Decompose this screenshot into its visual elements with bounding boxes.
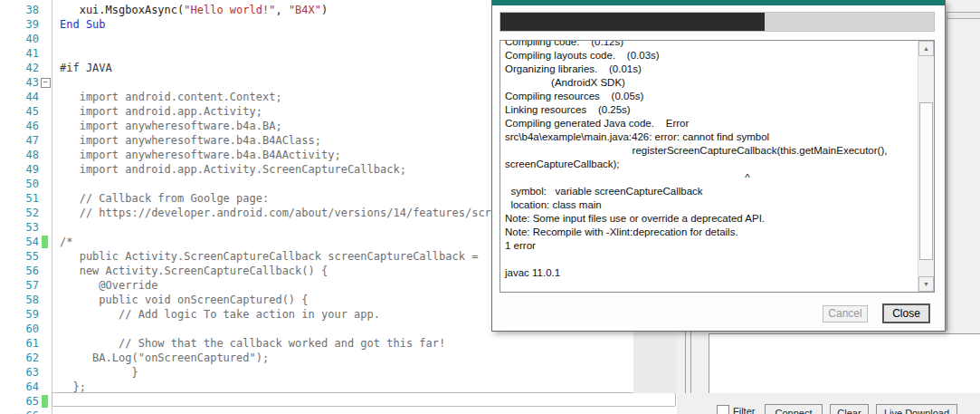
line-number: 66 [0, 409, 39, 414]
code-text [52, 46, 60, 61]
logs-output-panel[interactable] [709, 333, 980, 395]
log-line: Compiling resources (0.05s) [505, 90, 918, 103]
line-number: 64 [0, 380, 39, 394]
filter-checkbox-label: Filter [733, 406, 755, 414]
code-text [52, 177, 60, 191]
code-text: public Activity.ScreenCaptureCallback sc… [52, 249, 478, 264]
code-text: /* [52, 235, 72, 249]
log-scrollbar[interactable]: ▲ ▼ [918, 41, 934, 292]
gutter-margin [39, 365, 52, 380]
gutter-margin [39, 336, 52, 351]
line-number: 63 [0, 365, 39, 380]
code-text: new Activity.ScreenCaptureCallback() { [52, 264, 328, 278]
code-text: @Override [52, 278, 157, 293]
line-number: 60 [0, 322, 39, 336]
line-number: 52 [0, 206, 39, 220]
line-number: 54 [0, 235, 39, 249]
gutter-margin [39, 133, 52, 148]
code-line[interactable]: 66 [0, 409, 677, 414]
gutter-margin [39, 409, 52, 414]
right-panel-border [947, 12, 980, 13]
code-text: import android.app.Activity; [52, 104, 262, 119]
compile-progress-fill [500, 13, 765, 31]
live-download-button[interactable]: Live Download [876, 404, 957, 414]
line-number: 61 [0, 336, 39, 351]
line-number: 44 [0, 90, 39, 104]
log-line: ^ [505, 171, 918, 185]
scroll-up-icon[interactable]: ▲ [918, 41, 934, 56]
code-text [52, 220, 60, 235]
gutter-margin [39, 46, 52, 61]
code-text [52, 32, 60, 46]
gutter-margin [39, 307, 52, 322]
code-text: public void onScreenCaptured() { [52, 293, 309, 307]
line-number: 45 [0, 104, 39, 119]
gutter-margin [39, 264, 52, 278]
scroll-down-icon[interactable]: ▼ [918, 276, 934, 292]
change-marker [42, 236, 48, 248]
ide-window: 38 xui.MsgboxAsync("Hello world!", "B4X"… [0, 0, 980, 414]
log-line: location: class main [505, 198, 918, 212]
log-line: Note: Recompile with -Xlint:deprecation … [505, 226, 918, 239]
compile-log-box[interactable]: Compiling code. (0.12s)Compiling layouts… [500, 40, 935, 293]
clear-button[interactable]: Clear [830, 404, 869, 414]
cancel-button[interactable]: Cancel [823, 305, 868, 323]
gutter-margin [39, 177, 52, 191]
line-number: 62 [0, 351, 39, 365]
editor-scrollbar[interactable] [633, 331, 677, 393]
code-text: // Add logic To take action in your app. [52, 307, 380, 322]
gutter-margin [39, 191, 52, 206]
line-number: 59 [0, 307, 39, 322]
gutter-margin [39, 119, 52, 133]
gutter-margin [39, 17, 52, 32]
line-number: 47 [0, 133, 39, 148]
code-text: import anywheresoftware.b4a.B4AClass; [52, 133, 321, 148]
line-number: 56 [0, 264, 39, 278]
gutter-margin [39, 206, 52, 220]
code-line[interactable]: 61 // Show that the callback worked and … [0, 336, 677, 351]
line-number: 65 [0, 394, 39, 409]
code-line[interactable]: 62 BA.Log("onScreenCaptured"); [0, 351, 677, 365]
code-text [52, 75, 60, 90]
gutter-margin [39, 148, 52, 162]
code-text: #if JAVA [52, 61, 112, 75]
gutter-margin [39, 61, 52, 75]
line-number: 43 [0, 75, 39, 90]
log-line: 1 error [505, 239, 918, 253]
gutter-margin [39, 278, 52, 293]
scrollbar-thumb[interactable] [919, 102, 933, 260]
code-line[interactable]: 63 } [0, 365, 677, 380]
gutter-separator [52, 0, 52, 414]
gutter-margin [39, 32, 52, 46]
connect-button[interactable]: Connect [765, 404, 823, 414]
line-number: 48 [0, 148, 39, 162]
log-line: symbol: variable screenCaptureCallback [505, 185, 918, 198]
line-number: 41 [0, 46, 39, 61]
change-marker [42, 395, 48, 408]
code-text [52, 409, 60, 414]
code-text: import anywheresoftware.b4a.B4AActivity; [52, 148, 341, 162]
line-number: 39 [0, 17, 39, 32]
log-line: src\b4a\example\main.java:426: error: ca… [505, 130, 918, 144]
code-text: BA.Log("onScreenCaptured"); [52, 351, 269, 365]
gutter-margin [39, 3, 52, 17]
code-text: import android.content.Context; [52, 90, 282, 104]
code-text: } [52, 365, 138, 380]
filter-checkbox[interactable] [717, 405, 729, 414]
line-number: 57 [0, 278, 39, 293]
compile-log-text: Compiling code. (0.12s)Compiling layouts… [505, 40, 918, 280]
log-line: (AndroidX SDK) [505, 76, 918, 90]
compile-dialog: Compiling code. (0.12s)Compiling layouts… [491, 0, 946, 332]
gutter-margin [39, 220, 52, 235]
gutter-margin [39, 235, 52, 249]
log-line [505, 253, 918, 266]
gutter-margin [39, 249, 52, 264]
dialog-accent-bar [492, 0, 945, 5]
gutter-margin [39, 90, 52, 104]
close-button[interactable]: Close [882, 303, 930, 323]
code-text [52, 322, 60, 336]
compile-progress-bar [500, 12, 935, 32]
log-line: screenCaptureCallback); [505, 158, 918, 171]
gutter-margin [39, 394, 52, 409]
fold-collapse-icon[interactable]: − [41, 78, 51, 88]
